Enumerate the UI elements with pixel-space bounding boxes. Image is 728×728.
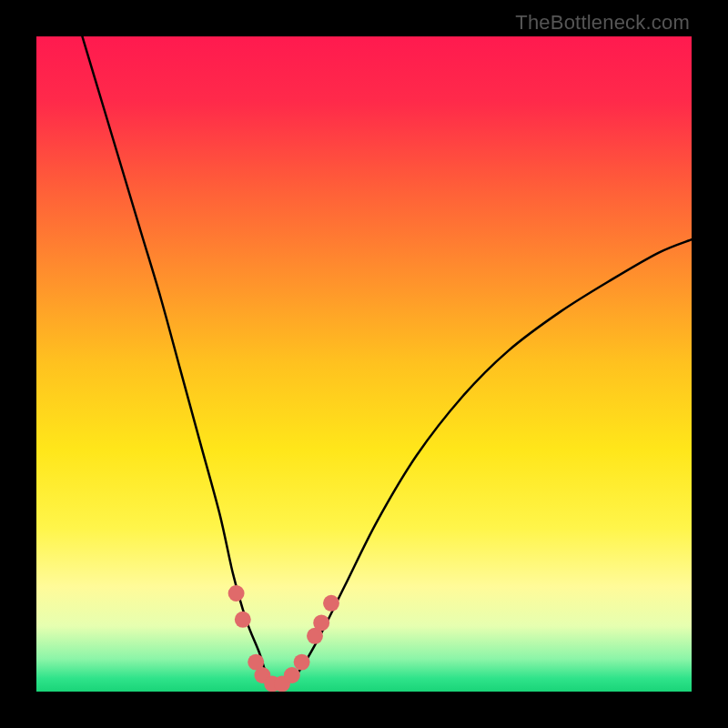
marker-dot [235,612,251,628]
marker-dot [228,585,245,602]
bottleneck-curve [82,36,692,685]
marker-dot [323,595,339,612]
marker-dot [284,667,300,683]
marker-dot [294,654,310,671]
curve-layer [36,36,692,692]
frame: TheBottleneck.com [0,0,728,728]
watermark: TheBottleneck.com [515,11,690,35]
plot-area [36,36,692,692]
marker-group [228,585,339,692]
marker-dot [313,614,329,631]
